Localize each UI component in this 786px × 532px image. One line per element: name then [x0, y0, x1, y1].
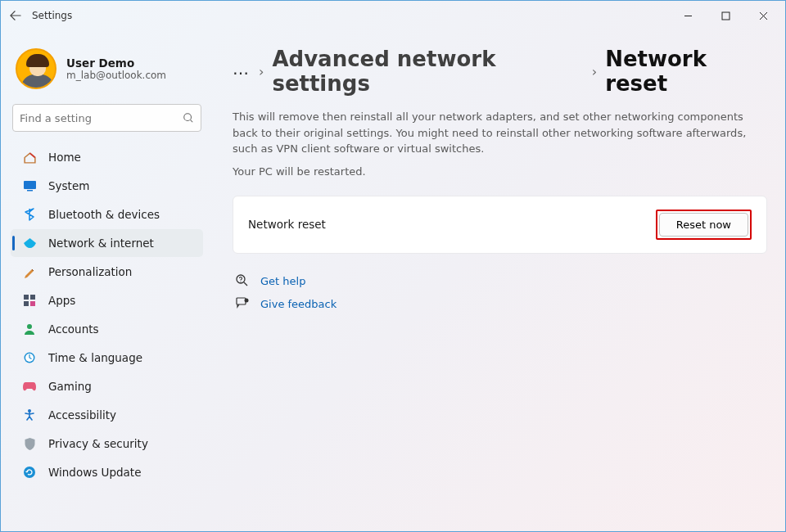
network-reset-card: Network reset Reset now [233, 196, 767, 254]
time-icon [22, 350, 37, 365]
svg-rect-6 [24, 301, 29, 306]
maximize-button[interactable] [707, 3, 744, 28]
card-label: Network reset [248, 218, 326, 231]
breadcrumb-advanced[interactable]: Advanced network settings [272, 47, 583, 96]
nav-label: Home [48, 151, 81, 164]
nav-bluetooth[interactable]: Bluetooth & devices [11, 201, 203, 228]
window-controls [669, 3, 782, 28]
nav-label: Gaming [48, 380, 92, 393]
user-email: m_lab@outlook.com [66, 70, 166, 81]
get-help-row[interactable]: Get help [236, 273, 767, 289]
nav-update[interactable]: Windows Update [11, 458, 203, 486]
page-title: Network reset [605, 47, 767, 96]
arrow-left-icon [10, 10, 21, 21]
nav-label: Time & language [48, 351, 142, 364]
breadcrumb-ellipsis[interactable]: … [233, 59, 251, 83]
system-icon [22, 178, 37, 193]
nav-label: System [48, 179, 89, 192]
minimize-button[interactable] [669, 3, 707, 28]
nav-accessibility[interactable]: Accessibility [11, 401, 203, 429]
main-content: … › Advanced network settings › Network … [210, 30, 785, 532]
svg-point-1 [184, 114, 192, 121]
chevron-right-icon: › [592, 64, 597, 79]
nav-label: Accessibility [48, 408, 116, 422]
close-button[interactable] [744, 3, 782, 28]
svg-point-14 [240, 281, 241, 282]
svg-rect-3 [27, 190, 33, 192]
search-icon [183, 112, 194, 124]
nav-gaming[interactable]: Gaming [11, 372, 203, 400]
minimize-icon [684, 11, 693, 20]
accounts-icon [22, 322, 37, 336]
breadcrumb: … › Advanced network settings › Network … [233, 47, 767, 96]
search-box[interactable] [12, 104, 201, 132]
nav-label: Apps [48, 294, 75, 307]
nav-apps[interactable]: Apps [11, 286, 203, 314]
back-button[interactable] [4, 10, 27, 21]
nav-system[interactable]: System [11, 172, 203, 200]
svg-rect-7 [30, 301, 35, 306]
nav-label: Windows Update [48, 466, 141, 479]
nav-personalization[interactable]: Personalization [11, 258, 203, 286]
restart-note: Your PC will be restarted. [233, 165, 767, 178]
nav: Home System Bluetooth & devices Network … [11, 143, 203, 486]
bluetooth-icon [22, 207, 37, 222]
gaming-icon [22, 379, 37, 394]
nav-label: Accounts [48, 322, 99, 336]
get-help-link[interactable]: Get help [260, 275, 305, 287]
nav-network[interactable]: Network & internet [11, 229, 203, 257]
close-icon [759, 11, 768, 20]
feedback-link[interactable]: Give feedback [260, 298, 337, 310]
svg-rect-2 [24, 181, 36, 189]
search-input[interactable] [20, 112, 183, 124]
chevron-right-icon: › [259, 64, 264, 79]
home-icon [22, 150, 37, 165]
apps-icon [22, 293, 37, 308]
reset-highlight: Reset now [656, 210, 752, 240]
avatar [16, 48, 56, 89]
title-bar: Settings [1, 1, 785, 30]
personalization-icon [22, 264, 37, 279]
user-profile[interactable]: User Demo m_lab@outlook.com [11, 42, 203, 104]
nav-label: Network & internet [48, 237, 154, 250]
window-title: Settings [32, 10, 72, 21]
nav-home[interactable]: Home [11, 143, 203, 171]
help-icon [236, 273, 249, 289]
svg-rect-4 [24, 295, 29, 300]
svg-point-8 [27, 324, 32, 329]
svg-point-12 [24, 467, 35, 478]
user-name: User Demo [66, 56, 166, 70]
accessibility-icon [22, 408, 37, 422]
nav-label: Personalization [48, 265, 132, 278]
nav-label: Privacy & security [48, 437, 148, 450]
nav-accounts[interactable]: Accounts [11, 315, 203, 343]
description-text: This will remove then reinstall all your… [233, 109, 767, 157]
nav-label: Bluetooth & devices [48, 208, 160, 221]
reset-now-button[interactable]: Reset now [659, 213, 748, 237]
svg-point-16 [245, 298, 249, 302]
help-links: Get help Give feedback [233, 273, 767, 311]
nav-time[interactable]: Time & language [11, 344, 203, 372]
svg-rect-0 [722, 12, 730, 20]
nav-privacy[interactable]: Privacy & security [11, 430, 203, 458]
feedback-row[interactable]: Give feedback [236, 297, 767, 311]
svg-rect-15 [237, 298, 246, 304]
sidebar: User Demo m_lab@outlook.com Home System … [1, 30, 210, 532]
privacy-icon [22, 436, 37, 451]
svg-rect-5 [30, 295, 35, 300]
update-icon [22, 465, 37, 480]
feedback-icon [236, 297, 249, 311]
network-icon [22, 236, 37, 250]
maximize-icon [721, 11, 730, 20]
